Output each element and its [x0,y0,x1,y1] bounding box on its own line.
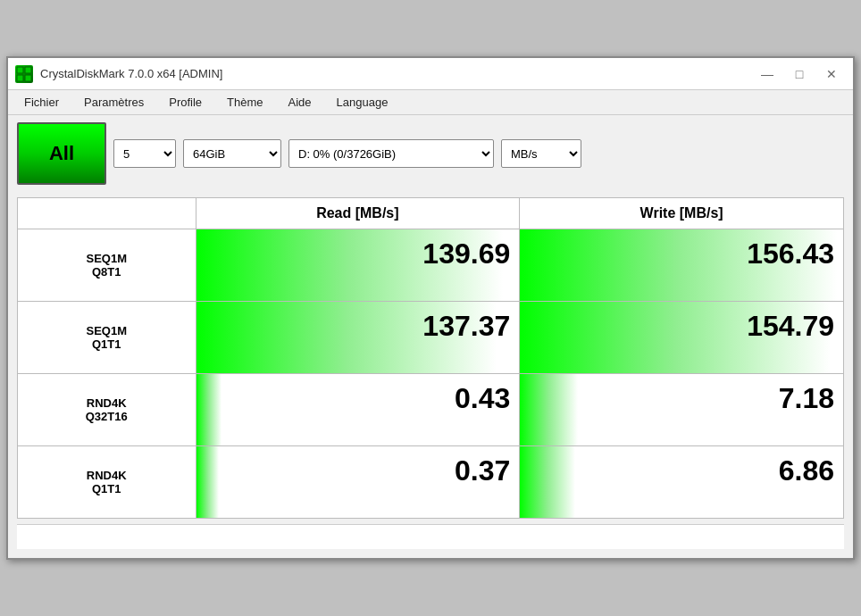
read-value-3: 0.37 [196,446,520,495]
size-select[interactable]: 64GiB 1GiB 4GiB 16GiB 32GiB [183,139,281,168]
write-cell-2: 7.18 [520,374,844,446]
write-header: Write [MB/s] [520,198,844,229]
write-value-3: 6.86 [520,446,843,495]
table-row: RND4KQ32T16 0.43 7.18 [18,374,844,446]
menu-aide[interactable]: Aide [276,92,324,112]
unit-select[interactable]: MB/s GB/s IOPS μs [501,139,581,168]
row-label-3: RND4KQ1T1 [18,446,196,519]
main-content: Read [MB/s] Write [MB/s] SEQ1MQ8T1 139.6… [8,192,853,558]
status-bar [17,524,844,549]
title-bar-left: CrystalDiskMark 7.0.0 x64 [ADMIN] [15,65,222,83]
svg-rect-2 [17,75,23,81]
menu-bar: Fichier Paramètres Profile Thème Aide La… [8,90,853,115]
close-button[interactable]: ✕ [817,63,846,85]
menu-fichier[interactable]: Fichier [12,92,71,112]
menu-parametres[interactable]: Paramètres [71,92,156,112]
table-row: SEQ1MQ1T1 137.37 154.79 [18,302,844,374]
read-cell-0: 139.69 [196,229,520,302]
minimize-button[interactable]: — [753,63,782,85]
read-value-0: 139.69 [196,229,520,279]
read-value-1: 137.37 [196,302,520,351]
write-cell-0: 156.43 [520,229,844,302]
drive-select[interactable]: D: 0% (0/3726GiB) [288,139,494,168]
menu-profile[interactable]: Profile [156,92,214,112]
table-row: RND4KQ1T1 0.37 6.86 [18,446,844,519]
menu-theme[interactable]: Thème [214,92,275,112]
app-window: CrystalDiskMark 7.0.0 x64 [ADMIN] — □ ✕ … [6,56,855,560]
maximize-button[interactable]: □ [785,63,814,85]
write-value-1: 154.79 [520,302,843,351]
svg-rect-0 [17,67,23,73]
read-cell-2: 0.43 [196,374,520,446]
write-value-2: 7.18 [520,374,843,423]
read-header: Read [MB/s] [196,198,520,229]
toolbar: All 5 1 3 9 64GiB 1GiB 4GiB 16GiB 32GiB … [8,115,853,192]
runs-select[interactable]: 5 1 3 9 [113,139,176,168]
read-cell-1: 137.37 [196,302,520,374]
app-icon [15,65,33,83]
read-cell-3: 0.37 [196,446,520,519]
write-cell-3: 6.86 [520,446,844,519]
menu-language[interactable]: Language [324,92,401,112]
results-table: Read [MB/s] Write [MB/s] SEQ1MQ8T1 139.6… [17,197,844,519]
title-bar: CrystalDiskMark 7.0.0 x64 [ADMIN] — □ ✕ [8,58,853,90]
table-row: SEQ1MQ8T1 139.69 156.43 [18,229,844,302]
row-label-0: SEQ1MQ8T1 [18,229,196,302]
window-title: CrystalDiskMark 7.0.0 x64 [ADMIN] [40,67,222,80]
all-button[interactable]: All [17,122,106,185]
window-controls: — □ ✕ [753,63,846,85]
svg-rect-3 [25,75,31,81]
row-label-1: SEQ1MQ1T1 [18,302,196,374]
write-cell-1: 154.79 [520,302,844,374]
read-value-2: 0.43 [196,374,520,423]
svg-rect-1 [25,67,31,73]
write-value-0: 156.43 [520,229,843,279]
row-label-2: RND4KQ32T16 [18,374,196,446]
